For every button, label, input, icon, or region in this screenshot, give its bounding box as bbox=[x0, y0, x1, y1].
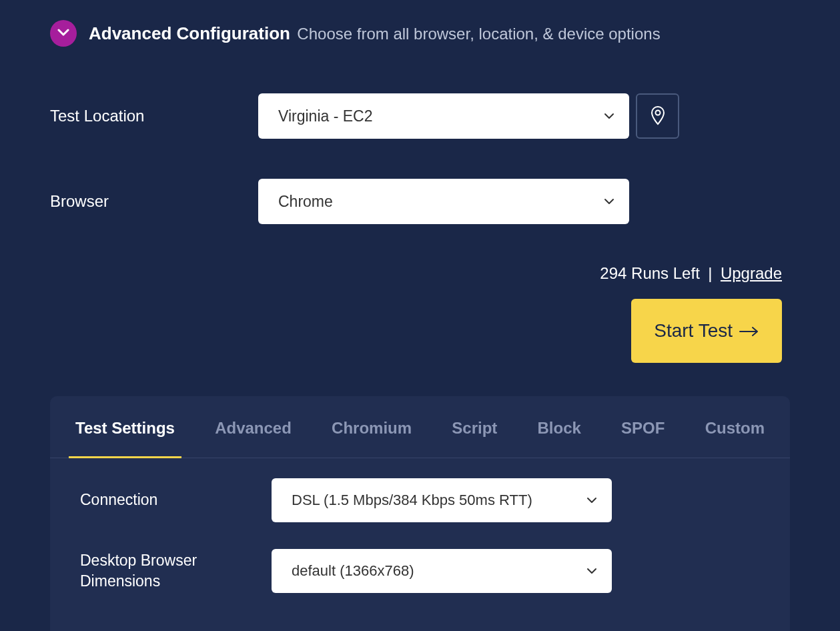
browser-row: Browser Chrome bbox=[50, 179, 790, 224]
upgrade-link[interactable]: Upgrade bbox=[721, 264, 782, 282]
tab-advanced[interactable]: Advanced bbox=[208, 396, 298, 458]
header-title: Advanced Configuration bbox=[89, 23, 290, 43]
test-location-select[interactable]: Virginia - EC2 bbox=[258, 93, 629, 139]
dimensions-value: default (1366x768) bbox=[272, 549, 612, 593]
tab-block[interactable]: Block bbox=[531, 396, 588, 458]
start-test-button[interactable]: Start Test bbox=[631, 299, 782, 363]
runs-row: 294 Runs Left | Upgrade bbox=[50, 264, 790, 283]
browser-value: Chrome bbox=[258, 179, 629, 224]
tab-script[interactable]: Script bbox=[445, 396, 504, 458]
connection-select[interactable]: DSL (1.5 Mbps/384 Kbps 50ms RTT) bbox=[272, 478, 612, 522]
map-location-button[interactable] bbox=[636, 93, 679, 139]
tab-custom[interactable]: Custom bbox=[699, 396, 771, 458]
connection-value: DSL (1.5 Mbps/384 Kbps 50ms RTT) bbox=[272, 478, 612, 522]
advanced-config-header: Advanced Configuration Choose from all b… bbox=[50, 20, 790, 47]
tab-test-settings[interactable]: Test Settings bbox=[69, 396, 181, 458]
arrow-right-icon bbox=[739, 320, 759, 342]
test-location-value: Virginia - EC2 bbox=[258, 93, 629, 139]
connection-row: Connection DSL (1.5 Mbps/384 Kbps 50ms R… bbox=[80, 478, 760, 522]
map-pin-icon bbox=[650, 105, 666, 127]
chevron-down-icon bbox=[57, 27, 69, 39]
tabs-row: Test Settings Advanced Chromium Script B… bbox=[50, 396, 790, 458]
runs-divider: | bbox=[708, 264, 712, 282]
runs-left-text: 294 Runs Left bbox=[600, 264, 699, 282]
toggle-advanced-button[interactable] bbox=[50, 20, 77, 47]
browser-label: Browser bbox=[50, 192, 258, 211]
settings-panel: Test Settings Advanced Chromium Script B… bbox=[50, 396, 790, 631]
header-text: Advanced Configuration Choose from all b… bbox=[89, 23, 661, 44]
test-location-row: Test Location Virginia - EC2 bbox=[50, 93, 790, 139]
connection-label: Connection bbox=[80, 490, 272, 510]
browser-select[interactable]: Chrome bbox=[258, 179, 629, 224]
svg-point-0 bbox=[655, 110, 660, 115]
start-test-label: Start Test bbox=[654, 320, 733, 342]
start-row: Start Test bbox=[50, 299, 790, 363]
settings-body: Connection DSL (1.5 Mbps/384 Kbps 50ms R… bbox=[50, 458, 790, 631]
tab-chromium[interactable]: Chromium bbox=[325, 396, 418, 458]
dimensions-label: Desktop Browser Dimensions bbox=[80, 550, 272, 592]
tab-spof[interactable]: SPOF bbox=[614, 396, 671, 458]
header-subtitle: Choose from all browser, location, & dev… bbox=[297, 25, 660, 43]
dimensions-row: Desktop Browser Dimensions default (1366… bbox=[80, 549, 760, 593]
dimensions-select[interactable]: default (1366x768) bbox=[272, 549, 612, 593]
test-location-label: Test Location bbox=[50, 107, 258, 125]
